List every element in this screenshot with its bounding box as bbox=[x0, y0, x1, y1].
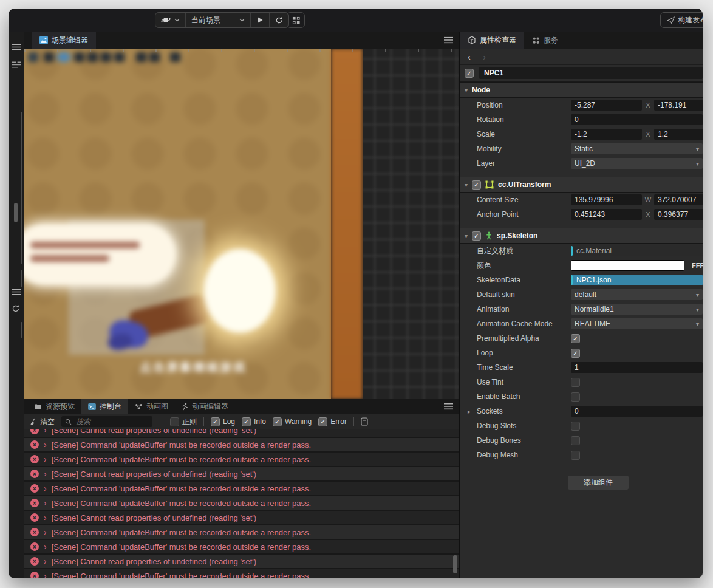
console-panel-menu-icon[interactable] bbox=[444, 403, 453, 410]
info-checkbox[interactable] bbox=[242, 417, 251, 426]
console-error-row[interactable]: [Scene] Command 'updateBuffer' must be r… bbox=[24, 437, 459, 451]
node-name-input[interactable]: NPC1 bbox=[479, 67, 703, 79]
use-tint-checkbox[interactable] bbox=[571, 378, 580, 387]
position-y-input[interactable]: -178.191 bbox=[654, 100, 703, 111]
filter-warning[interactable]: Warning bbox=[273, 417, 312, 426]
tab-animation-editor[interactable]: 动画编辑器 bbox=[175, 399, 235, 414]
filter-error[interactable]: Error bbox=[318, 417, 347, 426]
expand-chevron-icon[interactable] bbox=[44, 429, 47, 435]
section-header-skeleton[interactable]: sp.Skeleton bbox=[460, 228, 703, 244]
scene-panel-menu-icon[interactable] bbox=[444, 37, 453, 44]
collapse-chevron-icon[interactable] bbox=[465, 233, 468, 239]
clear-console-button[interactable]: 清空 bbox=[29, 417, 55, 427]
layer-select[interactable]: UI_2D bbox=[571, 158, 703, 169]
console-scrollbar-thumb[interactable] bbox=[453, 555, 457, 573]
section-header-uitransform[interactable]: cc.UITransform bbox=[460, 177, 703, 193]
console-error-row[interactable]: [Scene] Cannot read properties of undefi… bbox=[24, 510, 459, 524]
position-x-input[interactable]: -5.287 bbox=[571, 100, 642, 111]
skeleton-data-asset-field[interactable]: NPC1.json bbox=[571, 275, 703, 285]
premultiplied-alpha-checkbox[interactable] bbox=[571, 334, 580, 343]
log-file-icon[interactable] bbox=[361, 417, 368, 426]
build-publish-button[interactable]: 构建发布 bbox=[660, 12, 703, 28]
console-search[interactable] bbox=[61, 416, 152, 427]
tab-asset-preview[interactable]: 资源预览 bbox=[27, 399, 81, 414]
anchor-x-input[interactable]: 0.451243 bbox=[571, 209, 642, 220]
scene-select[interactable]: 当前场景 bbox=[186, 13, 251, 27]
console-error-row[interactable]: [Scene] Cannot read properties of undefi… bbox=[24, 429, 459, 437]
expand-chevron-icon[interactable] bbox=[44, 542, 47, 552]
menu-icon[interactable] bbox=[12, 44, 21, 50]
regex-checkbox[interactable] bbox=[170, 417, 179, 426]
regex-toggle[interactable]: 正则 bbox=[170, 417, 197, 427]
expand-chevron-icon[interactable] bbox=[44, 484, 47, 493]
console-error-row[interactable]: [Scene] Cannot read properties of undefi… bbox=[24, 466, 459, 480]
history-forward-icon[interactable]: › bbox=[483, 52, 486, 62]
add-component-button[interactable]: 添加组件 bbox=[568, 476, 629, 490]
anchor-y-input[interactable]: 0.396377 bbox=[654, 209, 703, 220]
console-error-row[interactable]: [Scene] Cannot read properties of undefi… bbox=[24, 553, 459, 568]
loop-checkbox[interactable] bbox=[571, 349, 580, 358]
refresh-icon[interactable] bbox=[12, 304, 20, 313]
mobility-select[interactable]: Static bbox=[571, 143, 703, 154]
reload-button[interactable] bbox=[270, 13, 288, 27]
tab-property-inspector[interactable]: 属性检查器 bbox=[460, 32, 524, 49]
expand-chevron-icon[interactable] bbox=[44, 571, 47, 578]
panel-scrollbar-thumb[interactable] bbox=[14, 203, 18, 222]
expand-chevron-icon[interactable] bbox=[44, 513, 47, 522]
color-swatch[interactable] bbox=[571, 260, 684, 271]
panel-scrollbar[interactable] bbox=[21, 322, 22, 338]
console-error-row[interactable]: [Scene] Command 'updateBuffer' must be r… bbox=[24, 451, 459, 466]
scale-x-input[interactable]: -1.2 bbox=[571, 129, 642, 140]
log-checkbox[interactable] bbox=[211, 417, 220, 426]
expand-chevron-icon[interactable] bbox=[44, 556, 47, 566]
content-size-h-input[interactable]: 372.070007 bbox=[654, 194, 703, 205]
expand-chevron-icon[interactable] bbox=[44, 440, 47, 450]
tab-animation-graph[interactable]: 动画图 bbox=[128, 399, 175, 414]
error-checkbox[interactable] bbox=[318, 417, 327, 426]
panel-scrollbar[interactable] bbox=[21, 112, 22, 264]
debug-bones-checkbox[interactable] bbox=[571, 436, 580, 445]
sockets-count-input[interactable]: 0 bbox=[571, 406, 703, 417]
rotation-input[interactable]: 0 bbox=[571, 114, 703, 125]
tab-scene-editor[interactable]: 场景编辑器 bbox=[32, 32, 96, 49]
section-header-node[interactable]: Node bbox=[460, 82, 703, 98]
panel-scrollbar[interactable] bbox=[21, 270, 22, 287]
expand-chevron-icon[interactable] bbox=[44, 527, 47, 537]
tab-services[interactable]: 服务 bbox=[524, 32, 566, 49]
platform-select[interactable] bbox=[155, 13, 186, 27]
menu-icon[interactable] bbox=[12, 289, 21, 295]
console-error-row[interactable]: [Scene] Command 'updateBuffer' must be r… bbox=[24, 539, 459, 553]
scale-y-input[interactable]: 1.2 bbox=[654, 129, 703, 140]
console-error-row[interactable]: [Scene] Command 'updateBuffer' must be r… bbox=[24, 568, 459, 578]
debug-slots-checkbox[interactable] bbox=[571, 422, 580, 431]
cache-mode-select[interactable]: REALTIME bbox=[571, 318, 703, 329]
default-skin-select[interactable]: default bbox=[571, 289, 703, 300]
filter-log[interactable]: Log bbox=[211, 417, 235, 426]
history-back-icon[interactable]: ‹ bbox=[468, 52, 471, 62]
console-log-list[interactable]: [Scene] Cannot read properties of undefi… bbox=[24, 429, 459, 578]
console-search-input[interactable] bbox=[75, 417, 138, 426]
console-error-row[interactable]: [Scene] Command 'updateBuffer' must be r… bbox=[24, 480, 459, 495]
console-error-row[interactable]: [Scene] Command 'updateBuffer' must be r… bbox=[24, 524, 459, 539]
filter-info[interactable]: Info bbox=[242, 417, 266, 426]
collapse-chevron-icon[interactable] bbox=[465, 182, 468, 188]
sockets-expand-icon[interactable] bbox=[468, 408, 471, 415]
debug-mesh-checkbox[interactable] bbox=[571, 451, 580, 460]
scene-viewport[interactable]: 点击屏幕继续游戏 bbox=[24, 49, 459, 399]
layout-grid-button[interactable] bbox=[287, 12, 305, 28]
expand-chevron-icon[interactable] bbox=[44, 498, 47, 508]
content-size-w-input[interactable]: 135.979996 bbox=[571, 194, 642, 205]
collapse-chevron-icon[interactable] bbox=[465, 87, 468, 94]
warning-checkbox[interactable] bbox=[273, 417, 282, 426]
animation-select[interactable]: NormalIdle1 bbox=[571, 304, 703, 315]
custom-material-asset-field[interactable]: cc.Material bbox=[571, 245, 703, 256]
filter-list-icon[interactable] bbox=[12, 61, 21, 68]
console-error-row[interactable]: [Scene] Command 'updateBuffer' must be r… bbox=[24, 495, 459, 510]
play-button[interactable] bbox=[251, 13, 270, 27]
node-active-checkbox[interactable] bbox=[465, 69, 474, 78]
uitransform-enabled-checkbox[interactable] bbox=[472, 180, 481, 190]
skeleton-enabled-checkbox[interactable] bbox=[472, 231, 481, 241]
tab-console[interactable]: 控制台 bbox=[81, 399, 128, 414]
expand-chevron-icon[interactable] bbox=[44, 454, 47, 464]
time-scale-input[interactable]: 1 bbox=[571, 362, 703, 373]
